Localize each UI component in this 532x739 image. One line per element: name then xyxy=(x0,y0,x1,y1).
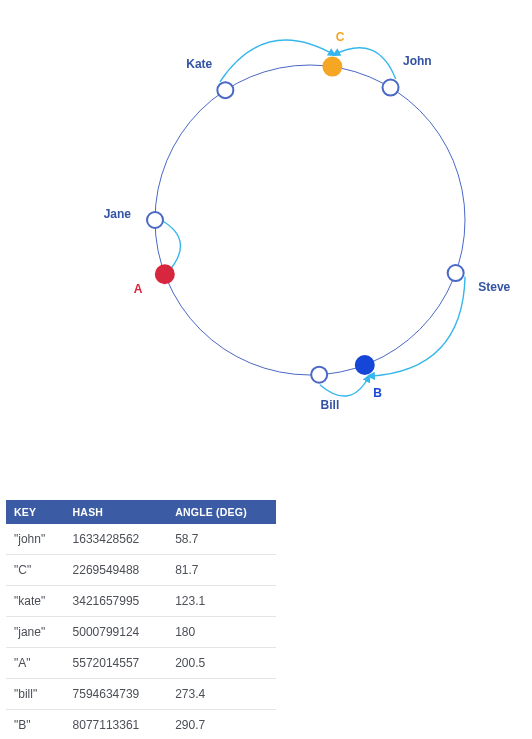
node-label-jane: Jane xyxy=(104,207,132,221)
table-row: "A"5572014557200.5 xyxy=(6,648,276,679)
table-row: "bill"7594634739273.4 xyxy=(6,679,276,710)
table-cell: "jane" xyxy=(6,617,65,648)
table-cell: 5000799124 xyxy=(65,617,168,648)
node-steve xyxy=(448,265,464,281)
node-label-john: John xyxy=(403,54,432,68)
node-C xyxy=(323,58,341,76)
hash-ring-diagram: JohnCKateJaneABillBSteve xyxy=(0,0,532,420)
table-row: "jane"5000799124180 xyxy=(6,617,276,648)
node-bill xyxy=(311,367,327,383)
node-label-bill: Bill xyxy=(321,398,340,412)
node-kate xyxy=(217,82,233,98)
node-label-A: A xyxy=(134,282,143,296)
table-cell: "kate" xyxy=(6,586,65,617)
node-A xyxy=(156,265,174,283)
table-cell: 5572014557 xyxy=(65,648,168,679)
table-row: "john"163342856258.7 xyxy=(6,524,276,555)
table-cell: 200.5 xyxy=(167,648,276,679)
assign-arrow-bill-B xyxy=(320,376,369,396)
col-header: ANGLE (DEG) xyxy=(167,500,276,524)
table-cell: 1633428562 xyxy=(65,524,168,555)
node-label-B: B xyxy=(373,386,382,400)
table-cell: 273.4 xyxy=(167,679,276,710)
assign-arrow-john-C xyxy=(334,48,396,79)
table-cell: 123.1 xyxy=(167,586,276,617)
node-label-C: C xyxy=(336,30,345,44)
table-cell: "john" xyxy=(6,524,65,555)
table-cell: 3421657995 xyxy=(65,586,168,617)
node-jane xyxy=(147,212,163,228)
table-cell: 180 xyxy=(167,617,276,648)
table-cell: 290.7 xyxy=(167,710,276,740)
col-header: KEY xyxy=(6,500,65,524)
table-cell: "bill" xyxy=(6,679,65,710)
table-cell: 8077113361 xyxy=(65,710,168,740)
table-cell: "B" xyxy=(6,710,65,740)
col-header: HASH xyxy=(65,500,168,524)
node-john xyxy=(383,80,399,96)
table-cell: 7594634739 xyxy=(65,679,168,710)
assign-arrow-kate-C xyxy=(220,40,334,82)
node-B xyxy=(356,356,374,374)
table-row: "B"8077113361290.7 xyxy=(6,710,276,740)
table-cell: "A" xyxy=(6,648,65,679)
table-cell: 58.7 xyxy=(167,524,276,555)
table-cell: 81.7 xyxy=(167,555,276,586)
table-row: "C"226954948881.7 xyxy=(6,555,276,586)
table-cell: 2269549488 xyxy=(65,555,168,586)
table-cell: "C" xyxy=(6,555,65,586)
hash-table: KEYHASHANGLE (DEG) "john"163342856258.7"… xyxy=(6,500,526,739)
node-label-steve: Steve xyxy=(478,280,510,294)
ring-circle xyxy=(155,65,465,375)
node-label-kate: Kate xyxy=(186,57,212,71)
assign-arrow-steve-B xyxy=(369,276,465,376)
table-row: "kate"3421657995123.1 xyxy=(6,586,276,617)
